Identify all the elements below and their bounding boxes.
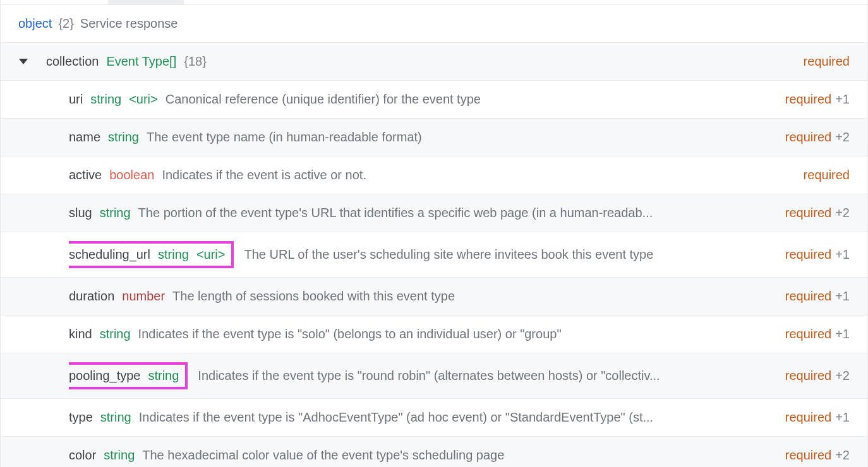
- required-badge: required: [804, 168, 850, 182]
- property-description: The hexadecimal color value of the event…: [142, 448, 504, 463]
- property-description: Indicates if the event type is "solo" (b…: [138, 327, 562, 341]
- collection-row[interactable]: collection Event Type[] {18} required: [1, 42, 867, 80]
- property-row[interactable]: uristring<uri>Canonical reference (uniqu…: [1, 80, 867, 118]
- property-info: scheduling_urlstring<uri>The URL of the …: [69, 241, 773, 268]
- info: namestring: [69, 130, 139, 145]
- extra-count: +1: [835, 327, 850, 341]
- property-description: The URL of the user's scheduling site wh…: [244, 247, 653, 262]
- property-info: slugstringThe portion of the event type'…: [69, 206, 773, 220]
- required-badge: required: [785, 247, 831, 262]
- info: typestring: [69, 410, 131, 425]
- object-label: object: [18, 16, 52, 31]
- extra-count: +1: [835, 410, 850, 425]
- extra-count: +2: [835, 130, 850, 145]
- property-row[interactable]: kindstringIndicates if the event type is…: [1, 315, 867, 353]
- property-type: string: [100, 206, 131, 220]
- property-name: scheduling_url: [69, 247, 150, 262]
- extra-count: +1: [835, 92, 850, 107]
- property-row[interactable]: slugstringThe portion of the event type'…: [1, 194, 867, 232]
- property-info: pooling_typestringIndicates if the event…: [69, 362, 773, 389]
- meta-col: required+1: [773, 247, 850, 262]
- object-count: {2}: [58, 16, 73, 31]
- meta-col: required+1: [773, 289, 850, 304]
- property-type: string: [148, 369, 179, 383]
- property-description: The portion of the event type's URL that…: [138, 206, 653, 220]
- info: uristring<uri>: [69, 92, 158, 107]
- property-name: color: [69, 448, 96, 463]
- property-name: type: [69, 410, 93, 425]
- schema-header-row: object {2} Service response: [1, 5, 867, 42]
- extra-count: +1: [835, 289, 850, 304]
- property-name: duration: [69, 289, 114, 304]
- property-row[interactable]: scheduling_urlstring<uri>The URL of the …: [1, 232, 867, 277]
- property-name: uri: [69, 92, 83, 107]
- extra-count: +2: [835, 206, 850, 220]
- extra-count: +2: [835, 448, 850, 463]
- property-description: Indicates if the event type is "round ro…: [198, 369, 660, 383]
- highlight-box: scheduling_urlstring<uri>: [69, 241, 234, 268]
- required-badge: required: [785, 448, 831, 463]
- property-name: active: [69, 168, 102, 182]
- meta-col: required+2: [773, 369, 850, 383]
- property-info: uristring<uri>Canonical reference (uniqu…: [69, 92, 773, 107]
- info: activeboolean: [69, 168, 154, 182]
- schema-panel: object {2} Service response collection E…: [0, 0, 868, 467]
- info: colorstring: [69, 448, 135, 463]
- highlight-box: pooling_typestring: [69, 362, 188, 389]
- property-row[interactable]: colorstringThe hexadecimal color value o…: [1, 436, 867, 467]
- info: durationnumber: [69, 289, 165, 304]
- property-name: name: [69, 130, 100, 145]
- property-row[interactable]: namestringThe event type name (in human-…: [1, 118, 867, 156]
- property-row[interactable]: typestringIndicates if the event type is…: [1, 398, 867, 436]
- property-info: colorstringThe hexadecimal color value o…: [69, 448, 773, 463]
- property-description: The event type name (in human-readable f…: [147, 130, 422, 145]
- required-badge: required: [785, 130, 831, 145]
- property-format: <uri>: [196, 247, 226, 262]
- property-description: Canonical reference (unique identifier) …: [166, 92, 481, 107]
- property-info: typestringIndicates if the event type is…: [69, 410, 773, 425]
- property-info: kindstringIndicates if the event type is…: [69, 327, 773, 341]
- property-row[interactable]: pooling_typestringIndicates if the event…: [1, 353, 867, 398]
- chevron-down-icon[interactable]: [19, 59, 28, 64]
- inactive-tab[interactable]: [108, 0, 184, 4]
- property-type: string: [100, 410, 131, 425]
- property-format: <uri>: [129, 92, 158, 107]
- required-badge: required: [785, 410, 831, 425]
- property-name: pooling_type: [69, 369, 140, 383]
- property-row[interactable]: activebooleanIndicates if the event is a…: [1, 156, 867, 194]
- meta-col: required+1: [773, 410, 850, 425]
- property-type: string: [100, 327, 131, 341]
- required-badge: required: [785, 327, 831, 341]
- collection-count: {18}: [184, 54, 207, 69]
- property-type: string: [108, 130, 139, 145]
- property-info: activebooleanIndicates if the event is a…: [69, 168, 791, 182]
- meta-col: required+2: [773, 448, 850, 463]
- property-info: namestringThe event type name (in human-…: [69, 130, 773, 145]
- property-type: string: [90, 92, 121, 107]
- required-badge: required: [785, 206, 831, 220]
- property-type: string: [158, 247, 189, 262]
- required-badge: required: [785, 369, 831, 383]
- property-description: The length of sessions booked with this …: [172, 289, 455, 304]
- extra-count: +2: [835, 369, 850, 383]
- property-info: durationnumberThe length of sessions boo…: [69, 289, 773, 304]
- info: slugstring: [69, 206, 131, 220]
- caret-col: [1, 59, 46, 64]
- property-name: kind: [69, 327, 92, 341]
- meta-col: required: [791, 168, 850, 182]
- meta-col: required+2: [773, 206, 850, 220]
- meta-col: required+2: [773, 130, 850, 145]
- property-type: string: [104, 448, 135, 463]
- info: kindstring: [69, 327, 131, 341]
- property-description: Indicates if the event is active or not.: [162, 168, 366, 182]
- property-row[interactable]: durationnumberThe length of sessions boo…: [1, 277, 867, 315]
- property-name: slug: [69, 206, 92, 220]
- properties-list: uristring<uri>Canonical reference (uniqu…: [1, 80, 867, 467]
- property-type: number: [122, 289, 165, 304]
- meta-col: required+1: [773, 92, 850, 107]
- collection-name: collection: [46, 54, 99, 69]
- extra-count: +1: [835, 247, 850, 262]
- collection-type[interactable]: Event Type[]: [106, 54, 176, 69]
- required-badge: required: [804, 54, 850, 69]
- tabs-strip: [1, 0, 867, 5]
